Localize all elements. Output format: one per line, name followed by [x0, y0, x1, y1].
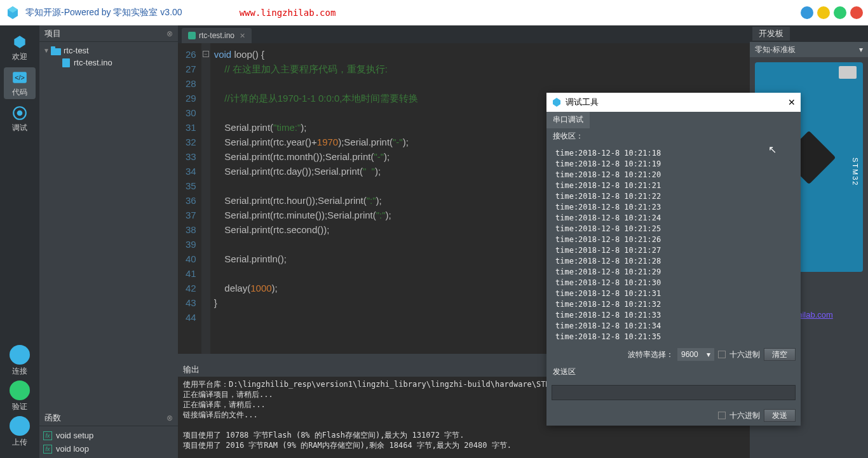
rail-debug-label: 调试 [12, 123, 27, 133]
function-item[interactable]: fxvoid loop [43, 442, 174, 455]
hex-recv-checkbox[interactable] [718, 351, 726, 358]
upload-icon [10, 416, 30, 436]
rail-connect[interactable]: 连接 [4, 345, 36, 377]
tree-file[interactable]: rtc-test.ino [61, 57, 174, 69]
project-panel-close[interactable]: ⊗ [166, 29, 173, 38]
editor-tab-close[interactable]: ✕ [240, 32, 245, 40]
rail-verify[interactable]: 验证 [4, 381, 36, 412]
function-label: void setup [56, 431, 93, 440]
output-header-label: 输出 [183, 365, 200, 374]
svg-rect-7 [51, 48, 61, 55]
baud-select[interactable]: 9600 ▾ [677, 348, 714, 361]
window-menu-button[interactable] [801, 6, 813, 19]
function-icon: fx [43, 445, 52, 454]
file-icon [61, 58, 71, 67]
svg-text:</>: </> [15, 74, 25, 81]
window-title: 零知开源-Powered by 零知实验室 v3.00 [25, 7, 182, 18]
board-tab[interactable]: 开发板 [752, 27, 790, 41]
rail-welcome[interactable]: 欢迎 [4, 32, 36, 64]
chevron-down-icon: ▾ [707, 350, 710, 359]
baud-row: 波特率选择： 9600 ▾ 十六进制 清空 [546, 345, 801, 364]
tree-file-label: rtc-test.ino [74, 58, 112, 67]
svg-rect-9 [62, 58, 70, 67]
send-row: 十六进制 发送 [546, 405, 801, 426]
usb-icon [10, 345, 30, 365]
hex-send-label: 十六进制 [729, 410, 760, 421]
chevron-down-icon: ▾ [859, 45, 863, 54]
dialog-close-button[interactable]: ✕ [788, 97, 796, 107]
activity-bar: 欢迎 </> 代码 调试 连接 验证 上传 [0, 25, 39, 458]
rail-code[interactable]: </> 代码 [4, 67, 36, 99]
tree-expand-icon: ▼ [43, 47, 51, 54]
rail-upload-label: 上传 [12, 437, 27, 448]
welcome-icon [11, 34, 28, 50]
svg-rect-8 [51, 46, 55, 49]
fold-marker-icon[interactable]: − [203, 51, 209, 57]
line-gutter: 26272829303132333435363738394041424344 [178, 43, 201, 354]
bug-icon [11, 105, 28, 121]
board-select-value: 零知-标准板 [755, 44, 796, 55]
fold-strip: − [201, 43, 210, 354]
dialog-logo-icon [552, 97, 562, 107]
app-logo-icon [5, 5, 20, 20]
dialog-title: 调试工具 [566, 97, 599, 108]
folder-icon [51, 46, 61, 55]
functions-panel-header: 函数 ⊗ [39, 410, 178, 426]
pcb-usb-icon [839, 66, 857, 79]
rail-verify-label: 验证 [12, 401, 27, 412]
svg-point-6 [17, 110, 23, 116]
recv-area-label: 接收区： [546, 128, 801, 144]
functions-list: fxvoid setupfxvoid loop [39, 426, 178, 458]
debug-dialog: 调试工具 ✕ 串口调试 接收区： time:2018-12-8 10:21:18… [546, 93, 801, 426]
functions-header-label: 函数 [44, 412, 61, 424]
svg-marker-10 [553, 98, 560, 107]
dialog-titlebar[interactable]: 调试工具 ✕ [546, 93, 801, 112]
function-label: void loop [56, 444, 89, 454]
code-body[interactable]: void loop() { // 在这里加入主要程序代码，重复执行: //计算的… [210, 43, 419, 354]
project-header-label: 项目 [44, 28, 61, 39]
window-close-button[interactable] [850, 6, 863, 19]
window-minimize-button[interactable] [817, 6, 830, 19]
board-select[interactable]: 零知-标准板 ▾ [750, 42, 868, 57]
baud-value: 9600 [681, 350, 698, 359]
send-input[interactable] [552, 385, 796, 400]
project-panel-header: 项目 ⊗ [39, 25, 178, 42]
file-tab-icon [188, 32, 196, 39]
check-icon [10, 381, 30, 400]
rail-code-label: 代码 [12, 87, 27, 98]
svg-marker-2 [14, 36, 25, 48]
serial-debug-tab[interactable]: 串口调试 [546, 112, 590, 128]
function-icon: fx [43, 431, 52, 440]
hex-recv-label: 十六进制 [729, 349, 760, 360]
dialog-tabs: 串口调试 [546, 112, 801, 128]
clear-button[interactable]: 清空 [764, 348, 796, 361]
editor-tabbar: rtc-test.ino ✕ [178, 25, 750, 43]
rail-debug[interactable]: 调试 [4, 103, 36, 135]
baud-label: 波特率选择： [628, 349, 674, 360]
hex-send-checkbox[interactable] [718, 412, 726, 419]
title-bar: 零知开源-Powered by 零知实验室 v3.00 www.lingzhil… [0, 0, 868, 25]
rail-upload[interactable]: 上传 [4, 416, 36, 448]
title-url: www.lingzhilab.com [240, 8, 336, 18]
window-maximize-button[interactable] [834, 6, 846, 19]
recv-area[interactable]: time:2018-12-8 10:21:18time:2018-12-8 10… [546, 144, 801, 345]
tree-root[interactable]: ▼ rtc-test [43, 44, 174, 57]
tree-root-label: rtc-test [64, 46, 89, 55]
send-button[interactable]: 发送 [764, 409, 796, 422]
send-area-label: 发送区 [546, 364, 801, 380]
board-tabbar: 开发板 [750, 25, 868, 42]
project-tree: ▼ rtc-test rtc-test.ino [39, 42, 178, 71]
functions-panel-close[interactable]: ⊗ [166, 414, 173, 422]
editor-tab[interactable]: rtc-test.ino ✕ [182, 28, 252, 43]
rail-welcome-label: 欢迎 [12, 51, 27, 62]
function-item[interactable]: fxvoid setup [43, 429, 174, 442]
rail-connect-label: 连接 [12, 366, 27, 377]
pcb-chip-label: STM32 [851, 158, 859, 186]
editor-tab-label: rtc-test.ino [199, 31, 234, 40]
code-icon: </> [11, 69, 28, 86]
